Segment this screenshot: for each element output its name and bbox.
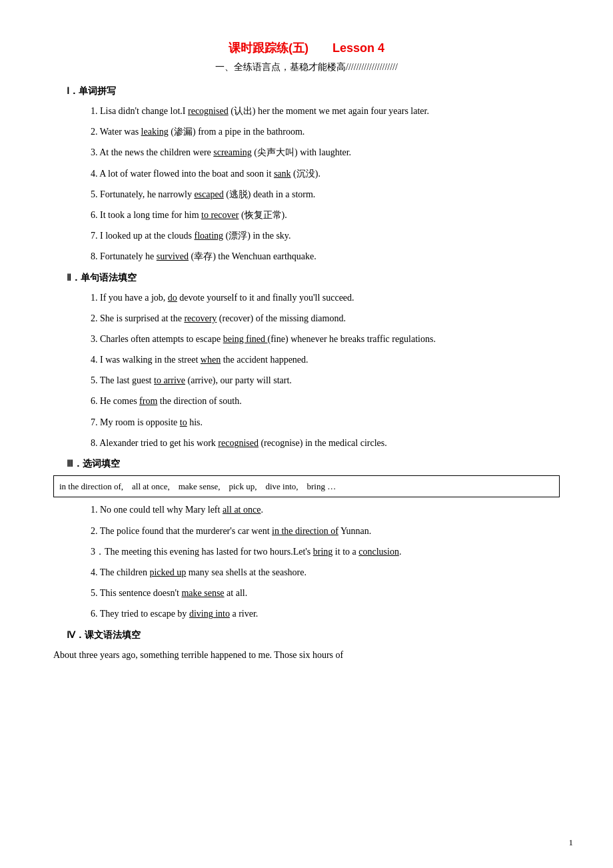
answer-do: do — [168, 293, 177, 303]
page-number: 1 — [569, 837, 574, 848]
section3-item2: 2. The police found that the murderer's … — [53, 523, 560, 539]
answer-sank: sank — [274, 169, 291, 179]
section3-item1: 1. No one could tell why Mary left all a… — [53, 501, 560, 518]
section4: Ⅳ．课文语法填空 About three years ago, somethin… — [53, 629, 560, 663]
answer-escaped: escaped — [194, 189, 223, 199]
section1-item3: 3. At the news the children were screami… — [53, 144, 560, 161]
section2: Ⅱ．单句语法填空 1. If you have a job, do devote… — [53, 272, 560, 452]
section1-item7: 7. I looked up at the clouds floating (漂… — [53, 227, 560, 244]
answer-diving-into: diving into — [189, 609, 230, 619]
section2-item1: 1. If you have a job, do devote yourself… — [53, 289, 560, 306]
section2-item7: 7. My room is opposite to his. — [53, 414, 560, 431]
answer-when: when — [201, 355, 221, 365]
answer-to: to — [180, 417, 187, 427]
answer-recovery: recovery — [184, 313, 217, 323]
section1-item2: 2. Water was leaking (渗漏) from a pipe in… — [53, 123, 560, 140]
section1: Ⅰ．单词拼写 1. Lisa didn't change lot.I recog… — [53, 85, 560, 265]
subtitle: 一、全练语言点，基稳才能楼高//////////////////// — [53, 61, 560, 73]
section3-header: Ⅲ．选词填空 — [67, 458, 560, 470]
answer-make-sense: make sense — [181, 588, 224, 598]
section1-item6: 6. It took a long time for him to recove… — [53, 207, 560, 223]
section3: Ⅲ．选词填空 in the direction of, all at once,… — [53, 458, 560, 623]
answer-recognised1: recognised — [188, 106, 229, 116]
answer-bring: bring — [313, 547, 333, 557]
section3-item3: 3．The meeting this evening has lasted fo… — [53, 543, 560, 560]
section1-item5: 5. Fortunately, he narrowly escaped (逃脱)… — [53, 186, 560, 203]
section2-header: Ⅱ．单句语法填空 — [67, 272, 560, 284]
section3-item5: 5. This sentence doesn't make sense at a… — [53, 585, 560, 601]
answer-to-arrive: to arrive — [154, 375, 185, 385]
section4-header: Ⅳ．课文语法填空 — [67, 629, 560, 641]
answer-from: from — [139, 396, 157, 406]
answer-to-recover: to recover — [201, 210, 239, 220]
answer-all-at-once: all at once — [223, 505, 261, 515]
phrase-box: in the direction of, all at once, make s… — [53, 475, 560, 497]
answer-recognised2: recognised — [218, 438, 259, 448]
section4-content: About three years ago, something terribl… — [53, 647, 560, 663]
page-title: 课时跟踪练(五) Lesson 4 — [53, 40, 560, 56]
answer-floating: floating — [195, 231, 224, 241]
section2-item6: 6. He comes from the direction of south. — [53, 393, 560, 409]
section1-header: Ⅰ．单词拼写 — [67, 85, 560, 97]
section3-item4: 4. The children picked up many sea shell… — [53, 564, 560, 581]
section2-item3: 3. Charles often attempts to escape bein… — [53, 331, 560, 347]
section1-item4: 4. A lot of water flowed into the boat a… — [53, 165, 560, 182]
section3-item6: 6. They tried to escape by diving into a… — [53, 605, 560, 622]
answer-leaking: leaking — [141, 127, 169, 137]
section2-item2: 2. She is surprised at the recovery (rec… — [53, 310, 560, 327]
answer-survived: survived — [157, 251, 189, 261]
answer-screaming: screaming — [213, 147, 252, 157]
section1-item1: 1. Lisa didn't change lot.I recognised (… — [53, 103, 560, 119]
answer-picked-up: picked up — [149, 567, 186, 577]
section2-item5: 5. The last guest to arrive (arrive), ou… — [53, 372, 560, 389]
section1-item8: 8. Fortunately he survived (幸存) the Wenc… — [53, 248, 560, 265]
section2-item4: 4. I was walking in the street when the … — [53, 351, 560, 368]
section2-item8: 8. Alexander tried to get his work recog… — [53, 435, 560, 451]
answer-conclusion: conclusion — [358, 547, 399, 557]
answer-in-direction-of: in the direction of — [272, 526, 338, 536]
answer-being-fined: being fined — [223, 334, 268, 344]
